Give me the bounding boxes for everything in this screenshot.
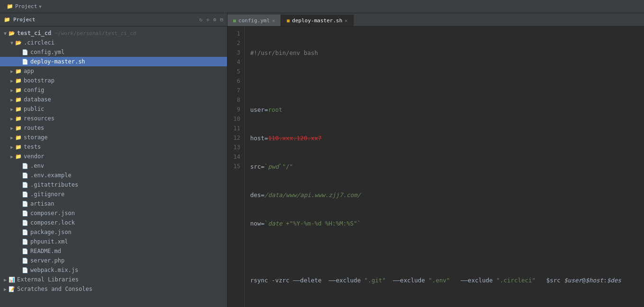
sidebar-tree: ▼ 📂 test_ci_cd ~/work/personal/test_ci_c… [0,27,227,307]
dropdown-icon[interactable]: ▼ [39,4,41,9]
file-icon: 📄 [22,248,28,254]
arrow-icon: ▶ [2,277,9,282]
list-item[interactable]: 📄 server.php [0,256,227,265]
add-icon[interactable]: ✛ [206,17,209,23]
folder-open-icon: 📂 [15,40,22,46]
project-tab[interactable]: 📁 Project ▼ [4,2,45,10]
list-item[interactable]: ▶ 📁 tests [0,142,227,152]
tree-item-label: README.md [30,248,61,254]
arrow-icon: ▶ [9,154,15,159]
scratch-icon: 📝 [9,286,15,292]
list-item[interactable]: ▶ 📁 bootstrap [0,76,227,85]
folder-icon: 📁 [15,97,22,103]
file-icon: 📄 [22,201,28,207]
refresh-icon[interactable]: ↻ [200,17,203,23]
list-item[interactable]: ▶ 📁 database [0,95,227,104]
code-content[interactable]: #!/usr/bin/env bash user=root host=110.x… [245,27,644,307]
list-item[interactable]: 📄 webpack.mix.js [0,265,227,275]
tab-close-icon[interactable]: ✕ [345,18,347,23]
tree-item-label: config [24,87,44,93]
tree-item-label: resources [24,115,54,122]
list-item[interactable]: ▶ 📁 routes [0,123,227,133]
tab-deploy-master-sh[interactable]: ■ deploy-master.sh ✕ [281,15,354,26]
arrow-icon: ▶ [9,107,15,112]
collapse-icon[interactable]: ⊟ [220,17,223,23]
file-icon: 📄 [22,163,28,169]
code-line-8 [250,247,638,257]
list-item[interactable]: ▶ 📁 resources [0,114,227,123]
tree-item-label: tests [24,144,41,150]
arrow-icon: ▶ [9,97,15,102]
list-item[interactable]: ▼ 📂 .circleci [0,38,227,47]
list-item[interactable]: ▶ 📁 config [0,85,227,95]
tab-label: deploy-master.sh [292,18,342,24]
list-item[interactable]: ▶ 📁 public [0,104,227,114]
date-cmd: date [268,219,286,228]
list-item[interactable]: ▶ 📁 storage [0,133,227,142]
list-item[interactable]: 📄 deploy-master.sh [0,57,227,66]
tree-item-label: composer.lock [30,219,75,226]
folder-icon: 📁 [15,87,22,93]
tree-item-label: config.yml [30,49,64,55]
settings-icon[interactable]: ⚙ [213,17,217,23]
folder-icon: 📁 [15,125,22,131]
list-item[interactable]: ▶ 📝 Scratches and Consoles [0,284,227,294]
list-item[interactable]: 📄 .gitignore [0,190,227,199]
tab-close-icon[interactable]: ✕ [272,18,275,23]
arrow-icon: ▶ [9,126,15,131]
folder-icon: 📁 [15,144,22,150]
code-line-4: host=110.xxx.120.xx7 [250,134,638,143]
list-item[interactable]: 📄 .env.example [0,171,227,180]
tree-item-label: public [24,106,44,112]
tree-item-label: app [24,68,34,74]
sh-file-icon: 📄 [22,59,28,65]
list-item[interactable]: 📄 README.md [0,246,227,256]
sh-icon: ■ [287,18,290,23]
list-item[interactable]: 📄 package.json [0,227,227,237]
sidebar-header: 📁 Project ↻ ✛ ⚙ ⊟ [0,13,227,27]
list-item[interactable]: 📄 artisan [0,199,227,208]
list-item[interactable]: 📄 composer.json [0,208,227,218]
code-area: 12345 678910 1112131415 #!/usr/bin/env b… [227,27,644,307]
var-user: user= [250,105,268,115]
file-icon: 📄 [22,210,28,217]
tree-item-label: .circleci [24,39,54,46]
file-icon: 📄 [22,191,28,198]
code-line-1: #!/usr/bin/env bash [250,48,638,58]
top-bar: 📁 Project ▼ [0,0,644,13]
list-item[interactable]: 📄 .env [0,161,227,171]
code-line-3: user=root [250,105,638,115]
yml-file-icon: 📄 [22,49,28,55]
sidebar-header-icons: ↻ ✛ ⚙ ⊟ [200,17,224,23]
list-item[interactable]: ▶ 📁 vendor [0,152,227,161]
arrow-icon: ▶ [9,78,15,83]
code-line-5: src=`pwd`"/" [250,162,638,172]
var-host: host= [250,134,268,143]
list-item[interactable]: 📄 config.yml [0,47,227,57]
tree-item-label: database [24,96,51,103]
folder-icon: 📁 [15,135,22,141]
list-item[interactable]: 📄 .gitattributes [0,180,227,190]
list-item[interactable]: ▶ 📊 External Libraries [0,275,227,284]
rsync-cmd: rsync [250,276,272,285]
arrow-icon: ▶ [9,88,15,93]
list-item[interactable]: 📄 composer.lock [0,218,227,227]
list-item[interactable]: ▶ 📁 app [0,66,227,76]
var-des: des= [250,190,264,200]
tree-item-label: .gitignore [30,191,64,198]
yml-icon: ■ [233,18,236,23]
folder-open-icon: 📂 [9,30,15,36]
folder-icon: 📁 [15,116,22,122]
tab-label: config.yml [238,18,270,24]
arrow-icon: ▶ [9,144,15,150]
project-label: Project [15,3,37,9]
file-icon: 📄 [22,172,28,179]
arrow-icon: ▶ [9,116,15,121]
line-numbers: 12345 678910 1112131415 [227,27,245,307]
list-item[interactable]: 📄 phpunit.xml [0,237,227,246]
tab-config-yml[interactable]: ■ config.yml ✕ [227,15,281,26]
arrow-icon: ▶ [2,287,9,292]
var-src: src= [250,162,264,172]
folder-icon: 📁 [15,78,22,84]
list-item[interactable]: ▼ 📂 test_ci_cd ~/work/personal/test_ci_c… [0,28,227,38]
